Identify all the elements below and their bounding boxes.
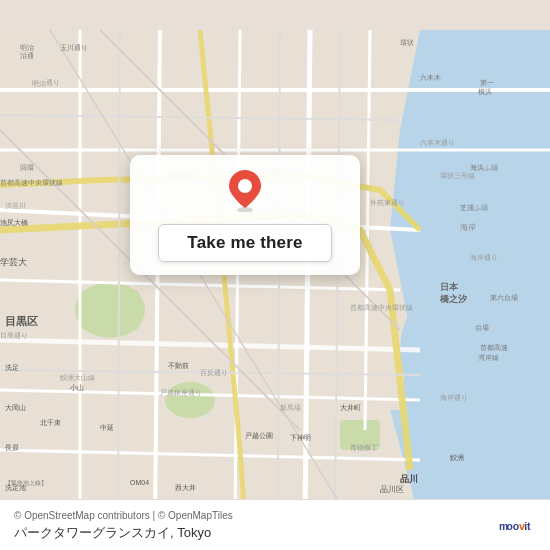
svg-text:橋之汐: 橋之汐 [439,293,467,304]
svg-text:外苑東通り: 外苑東通り [370,199,405,207]
location-name-label: パークタワーグランスカイ, Tokyo [14,524,233,542]
moovit-logo: m o o v it [498,515,536,537]
svg-text:洗足: 洗足 [5,364,19,372]
map-background: 明治通り 六本木通り 外苑東通り 渋谷川 比寿通り 明治通り 環状三号線 首都高… [0,0,550,550]
svg-text:品川: 品川 [400,474,418,484]
svg-text:環状: 環状 [400,39,414,46]
svg-text:品川区: 品川区 [380,485,404,494]
svg-text:長原: 長原 [5,444,19,451]
svg-text:六本木通り: 六本木通り [420,139,455,147]
svg-text:日本: 日本 [440,282,459,292]
svg-text:戸越銀座通り: 戸越銀座通り [160,389,202,397]
bottom-bar: © OpenStreetMap contributors | © OpenMap… [0,499,550,550]
svg-text:北千束: 北千束 [40,419,61,426]
svg-text:湾岸線: 湾岸線 [478,354,499,361]
svg-text:池尻大橋: 池尻大橋 [0,219,28,226]
svg-text:【緊急池上線】: 【緊急池上線】 [5,480,47,486]
map-attribution: © OpenStreetMap contributors | © OpenMap… [14,510,233,521]
svg-text:小山: 小山 [70,384,84,391]
svg-text:首都高速: 首都高速 [480,344,508,351]
svg-text:第六台場: 第六台場 [490,294,518,302]
svg-text:台場: 台場 [475,324,489,332]
svg-text:OM04: OM04 [130,479,149,486]
map-container: 明治通り 六本木通り 外苑東通り 渋谷川 比寿通り 明治通り 環状三号線 首都高… [0,0,550,550]
svg-text:六本木: 六本木 [420,74,441,81]
svg-text:首都高速中央環状線: 首都高速中央環状線 [350,304,413,311]
svg-text:中延: 中延 [100,424,114,431]
svg-text:百反通り: 百反通り [200,369,228,377]
svg-text:横浜: 横浜 [478,88,492,96]
svg-text:環状三号線: 環状三号線 [440,172,475,179]
svg-text:鮫洲: 鮫洲 [450,454,464,462]
svg-text:下神明: 下神明 [290,434,311,441]
svg-point-83 [238,179,252,193]
svg-text:海岸通り: 海岸通り [440,394,468,402]
svg-text:首都高速中央環状線: 首都高速中央環状線 [0,179,63,186]
svg-text:海浜ふ頭: 海浜ふ頭 [470,164,498,172]
bottom-left-info: © OpenStreetMap contributors | © OpenMap… [14,510,233,542]
location-overlay-card: Take me there [130,155,360,275]
location-pin-icon [227,168,263,216]
moovit-logo-svg: m o o v it [498,515,536,537]
svg-text:不動前: 不動前 [168,362,189,369]
svg-text:学芸大: 学芸大 [0,257,27,267]
svg-text:目黒区: 目黒区 [5,315,38,327]
svg-text:明治: 明治 [20,44,34,51]
take-me-there-button[interactable]: Take me there [158,224,331,262]
svg-text:渋谷川: 渋谷川 [5,202,26,209]
svg-text:回環: 回環 [20,164,34,171]
svg-text:大岡山: 大岡山 [5,404,26,411]
svg-text:第一: 第一 [480,79,494,86]
svg-text:玉川通り: 玉川通り [60,44,88,52]
svg-text:芝浦ふ頭: 芝浦ふ頭 [460,204,488,212]
svg-rect-5 [80,290,140,330]
svg-text:治通: 治通 [20,52,34,59]
svg-text:戸越公園: 戸越公園 [245,432,273,439]
svg-text:海岸: 海岸 [460,223,476,232]
svg-text:目黒通り: 目黒通り [0,332,28,340]
svg-text:海岸通り: 海岸通り [470,254,498,262]
svg-text:西大井: 西大井 [175,484,196,491]
svg-text:o: o [507,521,513,532]
svg-text:新馬場: 新馬場 [280,404,301,412]
svg-text:鮫洲大山線: 鮫洲大山線 [60,374,95,382]
svg-text:青物横丁: 青物横丁 [350,444,378,452]
svg-point-6 [165,382,215,418]
svg-text:it: it [524,521,531,532]
svg-text:大井町: 大井町 [340,404,361,411]
svg-text:o: o [513,521,519,532]
